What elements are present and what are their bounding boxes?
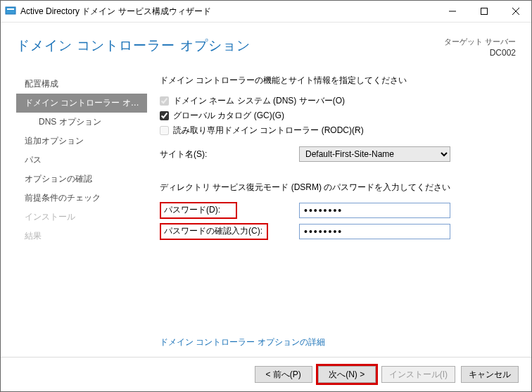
checkbox-gc-label: グローバル カタログ (GC)(G) [173, 110, 284, 122]
instruction-capabilities: ドメイン コントローラーの機能とサイト情報を指定してください [160, 75, 516, 87]
site-row: サイト名(S): Default-First-Site-Name [160, 146, 516, 162]
target-server-label: ターゲット サーバー [444, 37, 516, 47]
nav-item-additional[interactable]: 追加オプション [16, 132, 147, 151]
main-columns: 配置構成 ドメイン コントローラー オプシ... DNS オプション 追加オプシ… [16, 75, 516, 357]
content-area: ドメイン コントローラーの機能とサイト情報を指定してください ドメイン ネーム … [147, 75, 516, 357]
password-confirm-input[interactable] [299, 224, 450, 239]
header-row: ドメイン コントローラー オプション ターゲット サーバー DC002 [16, 37, 516, 59]
password-input[interactable] [299, 203, 450, 218]
target-server-box: ターゲット サーバー DC002 [444, 37, 516, 59]
checkbox-rodc[interactable] [160, 126, 169, 135]
checkbox-gc[interactable] [160, 111, 169, 120]
prev-button[interactable]: < 前へ(P) [255, 366, 312, 383]
nav-steps: 配置構成 ドメイン コントローラー オプシ... DNS オプション 追加オプシ… [16, 75, 147, 357]
nav-item-prereq[interactable]: 前提条件のチェック [16, 189, 147, 208]
nav-item-deployment[interactable]: 配置構成 [16, 75, 147, 94]
checkbox-row-gc[interactable]: グローバル カタログ (GC)(G) [160, 110, 516, 122]
nav-item-install: インストール [16, 208, 147, 227]
svg-rect-3 [481, 8, 487, 15]
nav-item-dns-options[interactable]: DNS オプション [16, 113, 147, 132]
checkbox-dns-label: ドメイン ネーム システム (DNS) サーバー(O) [173, 95, 345, 107]
site-label: サイト名(S): [160, 148, 299, 160]
titlebar: Active Directory ドメイン サービス構成ウィザード [1, 1, 531, 23]
footer-buttons: < 前へ(P) 次へ(N) > インストール(I) キャンセル [1, 357, 531, 391]
password-label: パスワード(D): [160, 202, 237, 219]
cancel-button[interactable]: キャンセル [461, 366, 519, 383]
maximize-button[interactable] [468, 1, 500, 22]
next-button[interactable]: 次へ(N) > [318, 366, 376, 383]
wizard-body: ドメイン コントローラー オプション ターゲット サーバー DC002 配置構成… [1, 23, 531, 357]
password-confirm-label: パスワードの確認入力(C): [160, 223, 268, 240]
target-server-name: DC002 [444, 47, 516, 59]
checkbox-rodc-label: 読み取り専用ドメイン コントローラー (RODC)(R) [173, 125, 364, 137]
nav-item-dc-options[interactable]: ドメイン コントローラー オプシ... [16, 94, 147, 113]
svg-rect-0 [6, 7, 15, 14]
site-select[interactable]: Default-First-Site-Name [299, 146, 450, 162]
close-button[interactable] [500, 1, 531, 22]
instruction-dsrm: ディレクトリ サービス復元モード (DSRM) のパスワードを入力してください [160, 182, 516, 194]
password-row: パスワード(D): [160, 202, 516, 219]
app-icon [5, 6, 16, 17]
svg-rect-1 [7, 8, 14, 10]
nav-item-results: 結果 [16, 227, 147, 246]
nav-item-paths[interactable]: パス [16, 151, 147, 170]
dsrm-section: ディレクトリ サービス復元モード (DSRM) のパスワードを入力してください … [160, 182, 516, 244]
password-confirm-row: パスワードの確認入力(C): [160, 223, 516, 240]
checkbox-row-dns[interactable]: ドメイン ネーム システム (DNS) サーバー(O) [160, 95, 516, 107]
checkbox-row-rodc[interactable]: 読み取り専用ドメイン コントローラー (RODC)(R) [160, 125, 516, 137]
more-info-link[interactable]: ドメイン コントローラー オプションの詳細 [160, 336, 325, 348]
checkbox-dns[interactable] [160, 96, 169, 106]
wizard-window: Active Directory ドメイン サービス構成ウィザード ドメイン コ… [0, 0, 532, 392]
page-title: ドメイン コントローラー オプション [16, 37, 444, 55]
nav-item-review[interactable]: オプションの確認 [16, 170, 147, 189]
install-button: インストール(I) [381, 366, 455, 383]
window-title: Active Directory ドメイン サービス構成ウィザード [20, 6, 436, 18]
minimize-button[interactable] [436, 1, 468, 22]
